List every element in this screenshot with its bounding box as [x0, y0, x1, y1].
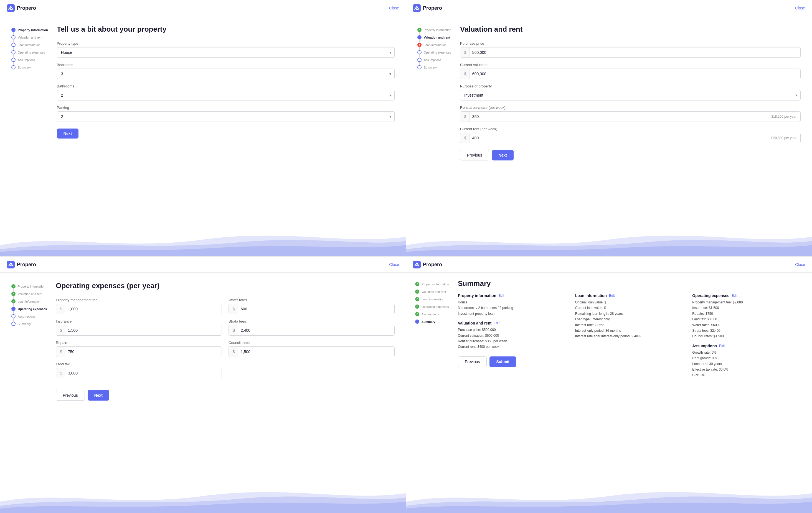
edit-assumptions[interactable]: Edit [719, 344, 725, 348]
input-repairs[interactable] [65, 347, 222, 357]
sidebar-label-4: Operating expenses [18, 51, 45, 54]
input-strata[interactable] [238, 325, 394, 335]
summary-section-val-rent: Valuation and rent Edit Purchase price: … [458, 321, 569, 350]
close-button-2[interactable]: Close [795, 6, 805, 10]
form-group-water: Water rates $ [229, 298, 395, 314]
sidebar-v-dot-1: ✓ [417, 28, 422, 32]
input-water[interactable] [238, 304, 394, 314]
sidebar-s-label-4: Operating expenses [422, 305, 449, 308]
sidebar-v-label-3: Loan information [424, 43, 446, 47]
suffix-rent-purchase: $18,200 per year [767, 112, 800, 121]
input-insurance-wrapper[interactable]: $ [56, 325, 222, 335]
sidebar-item-valuation: Valuation and rent [11, 34, 48, 41]
opex-line-1: Property management fee: $2,080 [692, 300, 743, 304]
form-group-council: Council rates $ [229, 341, 395, 357]
sidebar-o-label-5: Assumptions [18, 315, 35, 318]
close-button-3[interactable]: Close [389, 262, 399, 267]
next-button-1[interactable]: Next [57, 129, 79, 138]
logo-text-2: Propero [423, 5, 442, 11]
select-wrapper-purpose[interactable]: Investment Owner-occupied [460, 90, 801, 101]
edit-opex[interactable]: Edit [732, 294, 737, 298]
input-current-rent[interactable] [469, 133, 767, 143]
prefix-current-valuation: $ [460, 69, 469, 79]
header-2: Propero Close [406, 0, 812, 16]
opex-line-5: Water rates: $600 [692, 323, 719, 327]
input-rent-purchase[interactable] [469, 112, 767, 122]
input-current-valuation[interactable] [469, 69, 800, 79]
input-rent-purchase-wrapper[interactable]: $ $18,200 per year [460, 111, 801, 122]
input-water-wrapper[interactable]: $ [229, 304, 395, 314]
previous-button-4[interactable]: Previous [458, 356, 487, 367]
input-repairs-wrapper[interactable]: $ [56, 346, 222, 357]
opex-right-col: Water rates $ Strata fees $ [229, 298, 395, 383]
select-purpose[interactable]: Investment Owner-occupied [460, 90, 801, 101]
summary-prop-info-text: House 3 bedrooms / 2 bathrooms / 2 parki… [458, 299, 569, 317]
input-strata-wrapper[interactable]: $ [229, 325, 395, 335]
summary-cols: Property information Edit House 3 bedroo… [458, 293, 803, 382]
select-wrapper-bedrooms[interactable]: 12345 [57, 69, 395, 79]
close-button-4[interactable]: Close [795, 262, 805, 267]
label-current-rent: Current rent (per week) [460, 127, 801, 131]
select-wrapper-parking[interactable]: 0123 [57, 111, 395, 122]
sidebar-s-label-3: Loan information [422, 298, 444, 301]
next-button-3[interactable]: Next [88, 390, 109, 401]
form-group-land-tax: Land tax $ [56, 362, 222, 378]
select-parking[interactable]: 0123 [57, 111, 395, 122]
previous-button-3[interactable]: Previous [56, 390, 85, 401]
prefix-current-rent: $ [460, 133, 469, 143]
label-bedrooms: Bedrooms [57, 63, 395, 67]
logo-icon-3 [7, 261, 15, 268]
sidebar-s-label-5: Assumptions [422, 313, 439, 316]
input-current-valuation-wrapper[interactable]: $ [460, 69, 801, 79]
sidebar-dot-5 [11, 58, 16, 62]
input-council-wrapper[interactable]: $ [229, 346, 395, 357]
submit-button-4[interactable]: Submit [490, 356, 516, 367]
input-purchase-price-wrapper[interactable]: $ [460, 47, 801, 58]
select-bedrooms[interactable]: 12345 [57, 69, 395, 79]
logo-text-1: Propero [17, 5, 36, 11]
panel-body-2: ✓ Property information Valuation and ren… [406, 16, 812, 256]
summary-col-2: Loan information Edit Original loan valu… [575, 293, 686, 382]
btn-group-1: Next [57, 129, 395, 138]
input-insurance[interactable] [65, 325, 222, 335]
sidebar-4: ✓ Property information ✓ Valuation and r… [415, 279, 451, 506]
select-wrapper-bathrooms[interactable]: 123 [57, 90, 395, 101]
label-land-tax: Land tax [56, 362, 222, 366]
select-bathrooms[interactable]: 123 [57, 90, 395, 101]
sidebar-s-dot-5: ✓ [415, 312, 419, 316]
select-wrapper-property-type[interactable]: House Apartment Townhouse [57, 47, 395, 58]
sidebar-item-property-info: Property information [11, 26, 48, 34]
sidebar-o-item-3: ✓ Loan information [11, 298, 47, 305]
logo-1: Propero [7, 4, 36, 12]
summary-val-rent-title: Valuation and rent Edit [458, 321, 569, 325]
input-mgmt-fee[interactable] [65, 304, 222, 314]
form-group-repairs: Repairs $ [56, 341, 222, 357]
sidebar-o-item-1: ✓ Property information [11, 282, 47, 290]
loan-line-6: Interest-only period: 36 months [575, 329, 621, 332]
assump-line-3: Loan term: 30 years [692, 362, 722, 366]
next-button-2[interactable]: Next [492, 150, 514, 160]
input-mgmt-fee-wrapper[interactable]: $ [56, 304, 222, 314]
input-purchase-price[interactable] [469, 48, 800, 57]
sidebar-v-label-5: Assumptions [424, 58, 441, 62]
input-land-tax[interactable] [65, 368, 222, 378]
sidebar-v-item-2: Valuation and rent [417, 34, 451, 41]
edit-prop-info[interactable]: Edit [498, 294, 504, 298]
edit-val-rent[interactable]: Edit [494, 321, 499, 325]
summary-col-1: Property information Edit House 3 bedroo… [458, 293, 569, 382]
sidebar-dot-4 [11, 50, 16, 54]
btn-group-4: Previous Submit [458, 356, 569, 367]
close-button-1[interactable]: Close [389, 6, 399, 10]
assump-line-2: Rent growth: 3% [692, 356, 717, 360]
summary-assumptions-label: Assumptions [692, 344, 717, 348]
input-council[interactable] [238, 347, 394, 357]
previous-button-2[interactable]: Previous [460, 150, 489, 160]
input-current-rent-wrapper[interactable]: $ $20,800 per year [460, 133, 801, 143]
select-property-type[interactable]: House Apartment Townhouse [57, 47, 395, 58]
edit-loan-info[interactable]: Edit [609, 294, 615, 298]
input-land-tax-wrapper[interactable]: $ [56, 368, 222, 378]
sidebar-v-label-4: Operating expenses [424, 51, 451, 54]
sidebar-v-item-3: ! Loan information [417, 41, 451, 49]
sidebar-o-label-2: Valuation and rent [18, 292, 42, 296]
assump-line-5: CPI: 3% [692, 373, 704, 377]
